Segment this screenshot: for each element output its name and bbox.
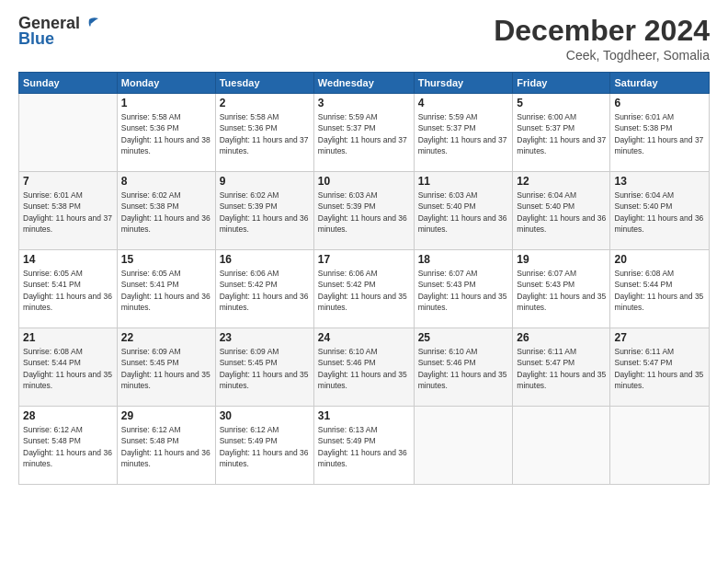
day-number: 1 [121, 97, 211, 109]
calendar-cell: 22 Sunrise: 6:09 AM Sunset: 5:45 PM Dayl… [117, 328, 215, 407]
day-number: 24 [318, 331, 410, 344]
day-number: 14 [23, 253, 113, 266]
day-number: 19 [517, 253, 606, 266]
day-info: Sunrise: 6:03 AM Sunset: 5:39 PM Dayligh… [318, 190, 410, 235]
calendar-cell: 10 Sunrise: 6:03 AM Sunset: 5:39 PM Dayl… [313, 172, 414, 250]
day-info: Sunrise: 6:08 AM Sunset: 5:44 PM Dayligh… [614, 268, 705, 313]
day-info: Sunrise: 6:05 AM Sunset: 5:41 PM Dayligh… [121, 268, 211, 313]
calendar-week-row: 21 Sunrise: 6:08 AM Sunset: 5:44 PM Dayl… [19, 328, 710, 407]
day-number: 31 [318, 409, 410, 422]
day-info: Sunrise: 6:12 AM Sunset: 5:48 PM Dayligh… [121, 424, 211, 469]
day-info: Sunrise: 5:59 AM Sunset: 5:37 PM Dayligh… [418, 111, 509, 156]
day-info: Sunrise: 6:09 AM Sunset: 5:45 PM Dayligh… [220, 346, 310, 391]
day-number: 11 [418, 175, 509, 188]
col-wednesday: Wednesday [313, 73, 414, 94]
day-info: Sunrise: 5:58 AM Sunset: 5:36 PM Dayligh… [220, 111, 310, 156]
day-number: 23 [220, 331, 310, 344]
day-info: Sunrise: 6:10 AM Sunset: 5:46 PM Dayligh… [418, 346, 509, 391]
calendar-cell: 8 Sunrise: 6:02 AM Sunset: 5:38 PM Dayli… [117, 172, 215, 250]
logo: General Blue [18, 14, 100, 49]
day-number: 27 [614, 331, 705, 344]
calendar-cell: 19 Sunrise: 6:07 AM Sunset: 5:43 PM Dayl… [513, 250, 610, 328]
calendar-cell: 3 Sunrise: 5:59 AM Sunset: 5:37 PM Dayli… [313, 94, 414, 172]
col-thursday: Thursday [414, 73, 513, 94]
calendar-cell: 18 Sunrise: 6:07 AM Sunset: 5:43 PM Dayl… [414, 250, 513, 328]
day-number: 29 [121, 409, 211, 422]
day-info: Sunrise: 6:12 AM Sunset: 5:48 PM Dayligh… [23, 424, 113, 469]
calendar-cell: 11 Sunrise: 6:03 AM Sunset: 5:40 PM Dayl… [414, 172, 513, 250]
day-info: Sunrise: 6:04 AM Sunset: 5:40 PM Dayligh… [517, 190, 606, 235]
day-info: Sunrise: 6:13 AM Sunset: 5:49 PM Dayligh… [318, 424, 410, 469]
calendar-cell: 5 Sunrise: 6:00 AM Sunset: 5:37 PM Dayli… [513, 94, 610, 172]
col-friday: Friday [513, 73, 610, 94]
day-info: Sunrise: 6:07 AM Sunset: 5:43 PM Dayligh… [517, 268, 606, 313]
calendar-cell: 30 Sunrise: 6:12 AM Sunset: 5:49 PM Dayl… [215, 407, 313, 485]
day-number: 26 [517, 331, 606, 344]
calendar-cell [610, 407, 710, 485]
calendar-cell [414, 407, 513, 485]
day-number: 13 [614, 175, 705, 188]
page-header: General Blue December 2024 Ceek, Togdhee… [18, 14, 710, 63]
day-number: 7 [23, 175, 113, 188]
col-tuesday: Tuesday [215, 73, 313, 94]
col-saturday: Saturday [610, 73, 710, 94]
day-number: 3 [318, 97, 410, 109]
calendar-cell: 23 Sunrise: 6:09 AM Sunset: 5:45 PM Dayl… [215, 328, 313, 407]
day-number: 20 [614, 253, 705, 266]
day-number: 17 [318, 253, 410, 266]
calendar-cell: 29 Sunrise: 6:12 AM Sunset: 5:48 PM Dayl… [117, 407, 215, 485]
col-sunday: Sunday [19, 73, 118, 94]
day-info: Sunrise: 6:09 AM Sunset: 5:45 PM Dayligh… [121, 346, 211, 391]
calendar-cell: 13 Sunrise: 6:04 AM Sunset: 5:40 PM Dayl… [610, 172, 710, 250]
calendar-cell: 14 Sunrise: 6:05 AM Sunset: 5:41 PM Dayl… [19, 250, 118, 328]
day-info: Sunrise: 6:06 AM Sunset: 5:42 PM Dayligh… [220, 268, 310, 313]
calendar-cell: 15 Sunrise: 6:05 AM Sunset: 5:41 PM Dayl… [117, 250, 215, 328]
day-info: Sunrise: 6:02 AM Sunset: 5:39 PM Dayligh… [220, 190, 310, 235]
day-number: 5 [517, 97, 606, 109]
day-info: Sunrise: 6:11 AM Sunset: 5:47 PM Dayligh… [614, 346, 705, 391]
day-number: 30 [220, 409, 310, 422]
calendar-week-row: 7 Sunrise: 6:01 AM Sunset: 5:38 PM Dayli… [19, 172, 710, 250]
day-number: 28 [23, 409, 113, 422]
calendar-cell: 9 Sunrise: 6:02 AM Sunset: 5:39 PM Dayli… [215, 172, 313, 250]
day-info: Sunrise: 6:01 AM Sunset: 5:38 PM Dayligh… [614, 111, 705, 156]
day-number: 16 [220, 253, 310, 266]
day-number: 2 [220, 97, 310, 109]
day-info: Sunrise: 6:04 AM Sunset: 5:40 PM Dayligh… [614, 190, 705, 235]
day-info: Sunrise: 6:02 AM Sunset: 5:38 PM Dayligh… [121, 190, 211, 235]
day-number: 22 [121, 331, 211, 344]
day-info: Sunrise: 6:08 AM Sunset: 5:44 PM Dayligh… [23, 346, 113, 391]
day-info: Sunrise: 5:59 AM Sunset: 5:37 PM Dayligh… [318, 111, 410, 156]
calendar-cell: 2 Sunrise: 5:58 AM Sunset: 5:36 PM Dayli… [215, 94, 313, 172]
calendar-cell: 17 Sunrise: 6:06 AM Sunset: 5:42 PM Dayl… [313, 250, 414, 328]
logo-bird-icon [80, 16, 100, 32]
day-number: 9 [220, 175, 310, 188]
day-info: Sunrise: 6:03 AM Sunset: 5:40 PM Dayligh… [418, 190, 509, 235]
calendar-table: Sunday Monday Tuesday Wednesday Thursday… [18, 72, 710, 485]
day-info: Sunrise: 6:11 AM Sunset: 5:47 PM Dayligh… [517, 346, 606, 391]
subtitle: Ceek, Togdheer, Somalia [494, 48, 710, 63]
day-number: 21 [23, 331, 113, 344]
calendar-cell: 21 Sunrise: 6:08 AM Sunset: 5:44 PM Dayl… [19, 328, 118, 407]
day-info: Sunrise: 6:05 AM Sunset: 5:41 PM Dayligh… [23, 268, 113, 313]
calendar-cell: 7 Sunrise: 6:01 AM Sunset: 5:38 PM Dayli… [19, 172, 118, 250]
day-number: 8 [121, 175, 211, 188]
calendar-cell: 16 Sunrise: 6:06 AM Sunset: 5:42 PM Dayl… [215, 250, 313, 328]
calendar-cell: 26 Sunrise: 6:11 AM Sunset: 5:47 PM Dayl… [513, 328, 610, 407]
calendar-cell [513, 407, 610, 485]
day-info: Sunrise: 6:12 AM Sunset: 5:49 PM Dayligh… [220, 424, 310, 469]
calendar-cell: 28 Sunrise: 6:12 AM Sunset: 5:48 PM Dayl… [19, 407, 118, 485]
day-number: 12 [517, 175, 606, 188]
calendar-week-row: 28 Sunrise: 6:12 AM Sunset: 5:48 PM Dayl… [19, 407, 710, 485]
day-info: Sunrise: 6:10 AM Sunset: 5:46 PM Dayligh… [318, 346, 410, 391]
calendar-cell: 24 Sunrise: 6:10 AM Sunset: 5:46 PM Dayl… [313, 328, 414, 407]
day-number: 25 [418, 331, 509, 344]
calendar-week-row: 14 Sunrise: 6:05 AM Sunset: 5:41 PM Dayl… [19, 250, 710, 328]
title-block: December 2024 Ceek, Togdheer, Somalia [494, 14, 710, 63]
day-number: 10 [318, 175, 410, 188]
day-number: 18 [418, 253, 509, 266]
day-number: 6 [614, 97, 705, 109]
calendar-cell: 6 Sunrise: 6:01 AM Sunset: 5:38 PM Dayli… [610, 94, 710, 172]
calendar-cell: 27 Sunrise: 6:11 AM Sunset: 5:47 PM Dayl… [610, 328, 710, 407]
calendar-header-row: Sunday Monday Tuesday Wednesday Thursday… [19, 73, 710, 94]
